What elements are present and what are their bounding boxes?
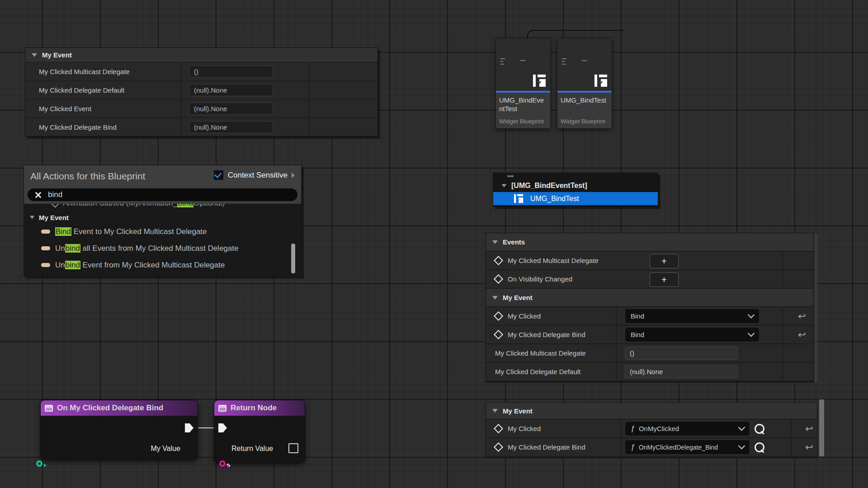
function-icon: ƒ: [631, 425, 635, 433]
chevron-down-icon: [738, 424, 745, 431]
widget-blueprint-icon: ♥: [594, 75, 607, 87]
property-label: My Clicked Multicast Delegate: [495, 349, 586, 357]
blueprint-graph-background[interactable]: My Event My Clicked Multicast Delegate (…: [0, 0, 868, 488]
search-text: bind: [48, 190, 62, 199]
reset-to-default-icon[interactable]: ↩: [805, 442, 813, 452]
bind-dropdown[interactable]: Bind: [625, 309, 760, 324]
binding-label: My Clicked Delegate Bind: [508, 443, 585, 451]
event-dispatcher-icon: [494, 330, 503, 339]
property-label: My Clicked Multicast Delegate: [39, 68, 130, 75]
column-divider: [621, 420, 622, 437]
asset-tile[interactable]: ♥ UMG_BindTest Widget Blueprint: [557, 38, 612, 129]
output-pin-label: My Value: [151, 445, 180, 453]
action-item[interactable]: Bind Event to My Clicked Multicast Deleg…: [24, 223, 301, 240]
clipped-action-item[interactable]: Animation Started (MyAnimation_BindOptio…: [24, 204, 301, 211]
binding-label: My Clicked: [508, 312, 541, 320]
category-label: My Event: [39, 214, 69, 221]
section-header[interactable]: My Event: [25, 48, 377, 62]
property-label: My Clicked Delegate Bind: [39, 123, 117, 131]
column-divider: [791, 438, 792, 456]
property-label: My Clicked Delegate Default: [495, 368, 580, 375]
expander-arrow-icon[interactable]: [292, 173, 295, 178]
column-divider: [308, 100, 309, 117]
function-binding-row: My Clicked ƒ OnMyClicked ↩: [486, 420, 817, 437]
value-field[interactable]: (null).None: [625, 365, 738, 378]
node-header[interactable]: On My Clicked Delegate Bind: [41, 400, 198, 416]
property-row: My Clicked Delegate Default (null).None: [25, 81, 377, 99]
reset-to-default-icon[interactable]: ↩: [798, 330, 806, 339]
actions-list: Animation Started (MyAnimation_BindOptio…: [24, 204, 301, 276]
bind-dropdown[interactable]: Bind: [625, 327, 760, 342]
asset-thumbnail: ♥: [557, 38, 612, 91]
property-row: My Clicked Event (null).None: [25, 100, 377, 117]
event-label: On Visibility Changed: [508, 275, 572, 283]
hierarchy-root-row[interactable]: [UMG_BindEventTest]: [493, 179, 658, 192]
binding-row: My Clicked Bind ↩: [486, 307, 813, 325]
add-event-button[interactable]: +: [650, 254, 679, 268]
action-item[interactable]: Unbind Event from My Clicked Multicast D…: [24, 257, 301, 273]
exec-input-pin[interactable]: [218, 423, 227, 432]
value-field[interactable]: (null).None: [189, 103, 273, 115]
function-dropdown[interactable]: ƒ OnMyClickedDelegate_Bind: [625, 440, 750, 455]
function-binding-row: My Clicked Delegate Bind ƒ OnMyClickedDe…: [486, 438, 817, 456]
input-pin-label: Return Value: [231, 445, 273, 453]
exec-output-pin[interactable]: [185, 423, 193, 432]
scrollbar[interactable]: [819, 399, 824, 456]
collapse-arrow-icon: [32, 53, 37, 57]
widget-blueprint-icon: ♥: [533, 75, 546, 87]
event-row: On Visibility Changed +: [486, 270, 813, 288]
reset-to-default-icon[interactable]: ↩: [798, 311, 806, 321]
asset-type: Widget Blueprint: [561, 118, 605, 125]
node-header[interactable]: Return Node: [214, 400, 305, 416]
column-divider: [621, 438, 622, 456]
all-actions-menu: All Actions for this Blueprint Context S…: [24, 165, 302, 277]
function-dropdown[interactable]: ƒ OnMyClicked: [625, 421, 750, 436]
column-divider: [616, 307, 617, 325]
return-node-icon: [218, 405, 226, 412]
value-field[interactable]: (): [625, 347, 738, 360]
my-event-section-header[interactable]: My Event: [486, 289, 813, 306]
value-field[interactable]: (null).None: [189, 84, 273, 96]
column-divider: [616, 363, 617, 380]
return-value-checkbox[interactable]: [288, 443, 298, 453]
scrollbar[interactable]: [815, 234, 817, 382]
action-item[interactable]: Unbind all Events from My Clicked Multic…: [24, 240, 301, 257]
return-value-input-pin[interactable]: [219, 460, 226, 467]
return-node[interactable]: Return Node Return Value: [214, 400, 305, 463]
section-title: My Event: [42, 51, 72, 59]
event-dispatcher-icon: [494, 442, 503, 452]
search-icon[interactable]: [755, 442, 764, 452]
section-title: My Event: [503, 407, 533, 415]
hierarchy-root-label: [UMG_BindEventTest]: [511, 182, 587, 190]
search-input[interactable]: bind: [28, 188, 297, 201]
search-icon[interactable]: [755, 424, 764, 434]
section-title: Events: [503, 238, 525, 246]
event-node[interactable]: On My Clicked Delegate Bind My Value: [40, 400, 198, 460]
value-output-pin[interactable]: [36, 460, 42, 467]
column-divider: [791, 420, 792, 437]
hierarchy-selected-row[interactable]: ♥ UMG_BindTest: [493, 192, 658, 205]
value-field[interactable]: (): [189, 66, 273, 78]
widget-blueprint-icon: ♥: [514, 194, 523, 203]
my-event-section-header[interactable]: My Event: [486, 403, 817, 419]
scrollbar[interactable]: [291, 244, 295, 273]
events-section-header[interactable]: Events: [486, 233, 813, 251]
column-divider: [782, 363, 783, 380]
reset-to-default-icon[interactable]: ↩: [805, 424, 813, 433]
delegate-icon: [41, 263, 50, 267]
asset-name: UMG_BindEventTest: [496, 93, 550, 113]
context-sensitive-checkbox[interactable]: [213, 170, 224, 180]
add-event-button[interactable]: +: [650, 272, 679, 287]
function-icon: ƒ: [631, 443, 635, 451]
event-label: My Clicked Multicast Delegate: [508, 257, 599, 264]
category-row[interactable]: My Event: [24, 211, 301, 223]
column-divider: [180, 81, 181, 99]
column-divider[interactable]: [180, 63, 181, 80]
event-dispatcher-icon: [494, 311, 503, 321]
event-icon: [51, 204, 60, 208]
clear-search-icon[interactable]: [35, 192, 42, 198]
value-field[interactable]: (null).None: [189, 121, 273, 133]
node-title: Return Node: [231, 404, 277, 413]
asset-tile[interactable]: ♥ UMG_BindEventTest Widget Blueprint: [495, 38, 551, 129]
column-divider: [180, 118, 181, 136]
